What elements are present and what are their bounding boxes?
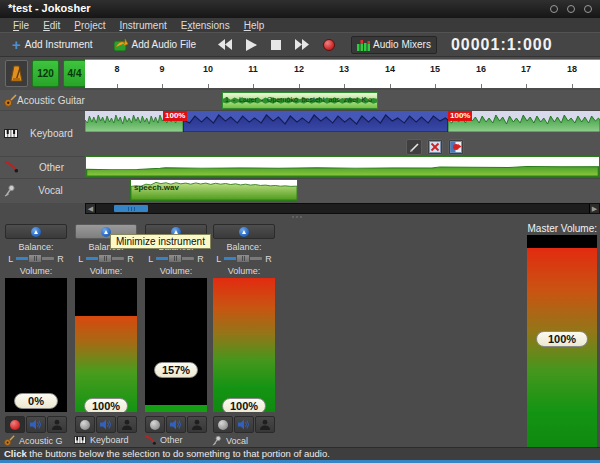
selection-action-buttons [406, 139, 464, 155]
menu-instrument[interactable]: Instrument [112, 20, 173, 31]
arm-record-button[interactable] [5, 416, 25, 433]
track-header-vocal[interactable]: Vocal [0, 178, 85, 203]
record-selection-button[interactable] [448, 139, 464, 155]
strip-name-label: Keyboard [90, 435, 129, 445]
ruler-row: 120 4/4 8 9 10 11 12 13 14 15 16 17 18 [0, 57, 600, 90]
scroll-left-icon[interactable]: ◀ [86, 204, 96, 213]
audio-clip-speech[interactable]: speech.wav [130, 179, 298, 201]
timeline-ruler[interactable]: 8 9 10 11 12 13 14 15 16 17 18 [85, 59, 600, 88]
solo-button[interactable] [117, 416, 137, 433]
minimize-window-icon[interactable] [550, 5, 558, 13]
menu-label: tensions [192, 20, 229, 31]
volume-meter[interactable]: 0% [5, 278, 67, 412]
record-part-icon [450, 141, 462, 153]
add-audio-file-button[interactable]: Add Audio File [109, 36, 201, 54]
person-icon [51, 419, 63, 430]
minimize-instrument-button[interactable] [213, 224, 275, 239]
record-button[interactable] [323, 39, 335, 51]
selection-fade-start-badge[interactable]: 100% [163, 111, 187, 121]
person-icon [121, 419, 133, 430]
volume-meter[interactable]: 100% [75, 278, 137, 412]
add-instrument-button[interactable]: + Add Instrument [8, 37, 97, 52]
ruler-number: 16 [471, 64, 491, 74]
ruler-tick [526, 84, 527, 88]
person-icon [191, 419, 203, 430]
mute-button[interactable] [234, 416, 254, 433]
scroll-right-icon[interactable]: ▶ [589, 204, 599, 213]
rewind-button[interactable] [218, 39, 232, 50]
tooltip: Minimize instrument [110, 234, 211, 249]
balance-slider[interactable] [16, 253, 54, 264]
minimize-instrument-button[interactable] [5, 224, 67, 239]
balance-right-label: R [197, 254, 204, 264]
volume-meter[interactable]: 157% [145, 278, 207, 412]
volume-label: Volume: [144, 266, 208, 276]
solo-button[interactable] [255, 416, 275, 433]
track-header-acoustic-guitar[interactable]: Acoustic Guitar [0, 90, 85, 110]
waveform-selection[interactable] [183, 111, 448, 132]
track-name: Keyboard [18, 128, 85, 139]
ruler-number: 9 [152, 64, 172, 74]
arm-record-button[interactable] [75, 416, 95, 433]
mute-button[interactable] [166, 416, 186, 433]
mixer-strip-other: Balance: L R Volume: 157% [144, 220, 208, 447]
slider-handle[interactable] [236, 254, 250, 263]
pane-splitter-handle[interactable] [292, 216, 302, 218]
menu-edit[interactable]: Edit [36, 20, 67, 31]
time-signature-button[interactable]: 4/4 [63, 60, 86, 87]
maximize-window-icon[interactable] [567, 5, 575, 13]
selection-fade-end-badge[interactable]: 100% [448, 111, 472, 121]
balance-slider[interactable] [224, 253, 262, 264]
slider-handle[interactable] [168, 254, 182, 263]
stop-button[interactable] [271, 40, 281, 50]
track-name: Other [18, 162, 85, 173]
main-toolbar: + Add Instrument Add Audio File Aud [0, 32, 600, 57]
menu-help[interactable]: Help [237, 20, 272, 31]
slider-handle[interactable] [98, 254, 112, 263]
ruler-number: 10 [198, 64, 218, 74]
ruler-number: 12 [289, 64, 309, 74]
track-header-other[interactable]: Other [0, 156, 85, 178]
volume-readout: 100% [222, 398, 266, 412]
other-instrument-icon [144, 435, 156, 445]
strip-name-label: Vocal [226, 436, 248, 446]
audio-mixers-button[interactable]: Audio Mixers [351, 36, 437, 54]
menu-label: nstrument [122, 20, 166, 31]
volume-meter[interactable]: 100% [213, 278, 275, 412]
title-bar: *test - Jokosher [0, 0, 600, 18]
fade-tool-button[interactable] [406, 139, 422, 155]
balance-slider[interactable] [156, 253, 194, 264]
menu-mnemonic: E [43, 20, 50, 31]
menu-extensions[interactable]: Extensions [174, 20, 237, 31]
horizontal-scrollbar[interactable]: ◀ ▶ [85, 203, 600, 214]
solo-button[interactable] [47, 416, 67, 433]
menu-project[interactable]: Project [67, 20, 112, 31]
mute-button[interactable] [26, 416, 46, 433]
metronome-icon [10, 65, 23, 82]
forward-button[interactable] [295, 39, 309, 50]
menu-file[interactable]: File [6, 20, 36, 31]
ruler-number: 14 [380, 64, 400, 74]
solo-button[interactable] [187, 416, 207, 433]
play-button[interactable] [246, 39, 257, 51]
arm-record-button[interactable] [213, 416, 233, 433]
mute-button[interactable] [96, 416, 116, 433]
ruler-number: 15 [425, 64, 445, 74]
track-header-keyboard[interactable]: Keyboard [0, 110, 85, 156]
arm-record-button[interactable] [145, 416, 165, 433]
slider-handle[interactable] [28, 254, 42, 263]
bpm-button[interactable]: 120 [32, 60, 59, 87]
balance-right-label: R [57, 254, 64, 264]
metronome-button[interactable] [5, 60, 28, 87]
scrollbar-thumb[interactable] [114, 205, 148, 212]
master-volume-meter[interactable]: 100% [527, 235, 597, 447]
audio-clip-other[interactable] [85, 156, 600, 177]
status-text-bold: Click [4, 448, 27, 459]
audio-clip-acoustic-guitar[interactable]: 1_-_Lauer_-_Opernoko_besteht_aus_zwei_K.… [222, 92, 378, 109]
close-window-icon[interactable] [584, 5, 592, 13]
delete-selection-button[interactable] [427, 139, 443, 155]
balance-slider[interactable] [86, 253, 124, 264]
person-icon [259, 419, 271, 430]
menu-label: elp [251, 20, 264, 31]
transport-controls [218, 39, 335, 51]
